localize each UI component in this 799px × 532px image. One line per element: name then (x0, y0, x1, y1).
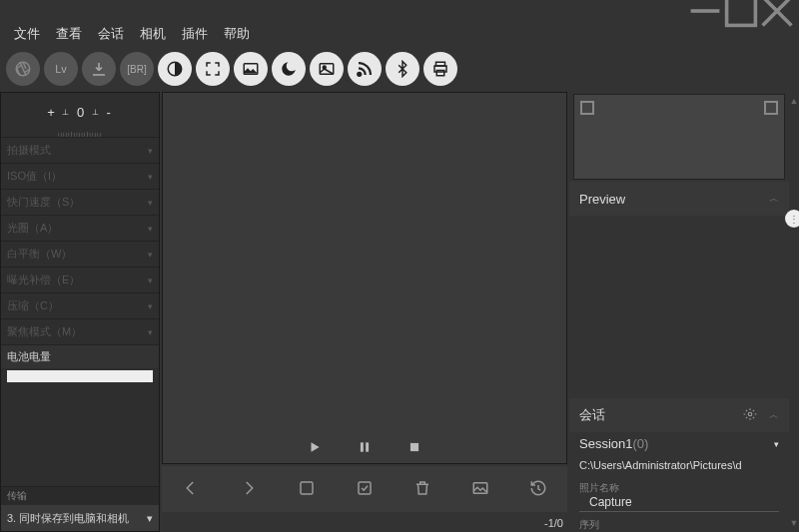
setting-iso[interactable]: ISO值（I）▾ (1, 163, 159, 189)
svg-point-9 (358, 73, 361, 76)
svg-rect-16 (301, 482, 313, 494)
menu-help[interactable]: 帮助 (218, 23, 256, 45)
session-path: C:\Users\Administrator\Pictures\d (569, 455, 789, 475)
setting-ev[interactable]: 曝光补偿（E）▾ (1, 266, 159, 292)
contrast-icon[interactable] (158, 52, 192, 86)
photo-name-input[interactable]: Capture (579, 495, 779, 512)
sequence-label: 序列 (569, 512, 789, 532)
bluetooth-icon[interactable] (386, 52, 419, 86)
print-icon[interactable] (423, 52, 457, 86)
image-icon[interactable] (234, 52, 268, 86)
chevron-up-icon: ︿ (769, 408, 779, 422)
fullscreen-icon[interactable] (196, 52, 230, 86)
photo-name-label: 照片名称 (569, 475, 789, 495)
maximize-button[interactable] (723, 0, 759, 22)
rss-icon[interactable] (348, 52, 382, 86)
play-icon[interactable] (308, 440, 322, 457)
trash-icon[interactable] (413, 479, 431, 500)
svg-rect-14 (366, 442, 369, 451)
svg-rect-1 (727, 0, 756, 25)
menu-plugins[interactable]: 插件 (176, 23, 214, 45)
scroll-up-icon[interactable]: ▲ (790, 96, 799, 106)
thumb-slot-right[interactable] (764, 101, 778, 115)
setting-shutter[interactable]: 快门速度（S）▾ (1, 189, 159, 215)
menu-camera[interactable]: 相机 (134, 23, 172, 45)
history-icon[interactable] (529, 479, 547, 500)
preview-title: Preview (579, 192, 625, 207)
image-counter: -1/0 (160, 514, 569, 532)
right-scrollbar[interactable]: ▲ ⋮ ▼ (789, 92, 799, 532)
session-select[interactable]: Session1(0) ▾ (569, 432, 789, 455)
window-titlebar (0, 0, 799, 22)
thumbnail-panel (573, 94, 785, 180)
minimize-button[interactable] (687, 0, 723, 22)
liveview-button[interactable]: Lv (44, 52, 78, 86)
setting-compress[interactable]: 压缩（C）▾ (1, 292, 159, 318)
transfer-label: 传输 (1, 486, 159, 505)
gear-icon[interactable] (743, 407, 757, 424)
menu-session[interactable]: 会话 (92, 23, 130, 45)
picture-icon[interactable] (310, 52, 344, 86)
unchecked-icon[interactable] (298, 479, 316, 500)
thumb-slot-left[interactable] (580, 101, 594, 115)
menubar: 文件 查看 会话 相机 插件 帮助 (0, 22, 799, 46)
back-icon[interactable] (182, 479, 200, 500)
session-header[interactable]: 会话 ︿ (569, 398, 789, 432)
svg-rect-17 (359, 482, 371, 494)
preview-header[interactable]: Preview ︿ (569, 182, 789, 216)
setting-wb[interactable]: 白平衡（W）▾ (1, 241, 159, 266)
right-panel: Preview ︿ 会话 ︿ Session1(0) ▾ C:\Users\Ad… (569, 92, 799, 532)
filmstrip-toolbar (162, 466, 567, 512)
bracket-button[interactable]: [BR] (120, 52, 154, 86)
pause-icon[interactable] (358, 440, 372, 457)
svg-rect-15 (410, 443, 418, 451)
battery-bar (7, 370, 153, 382)
session-title: 会话 (579, 406, 605, 424)
chevron-up-icon: ︿ (769, 192, 779, 206)
stop-icon[interactable] (407, 440, 421, 457)
setting-shoot-mode[interactable]: 拍摄模式▾ (1, 137, 159, 163)
transfer-select[interactable]: 3. 同时保存到电脑和相机▾ (1, 505, 159, 531)
playback-controls (163, 440, 566, 457)
preview-body (569, 216, 789, 398)
night-icon[interactable] (272, 52, 306, 86)
toolbar: Lv [BR] (0, 46, 799, 92)
folder-image-icon[interactable] (471, 479, 489, 500)
battery-label: 电池电量 (1, 344, 159, 368)
setting-aperture[interactable]: 光圈（A）▾ (1, 215, 159, 241)
menu-view[interactable]: 查看 (50, 23, 88, 45)
svg-rect-13 (361, 442, 364, 451)
scroll-down-icon[interactable]: ▼ (790, 518, 799, 528)
left-panel: + ⊥ 0 ⊥ - ιιιιιΙιιιιιΙιιιιι 拍摄模式▾ ISO值（I… (0, 92, 160, 532)
center-panel: -1/0 (160, 92, 569, 532)
aperture-icon[interactable] (6, 52, 40, 86)
menu-file[interactable]: 文件 (8, 23, 46, 45)
close-button[interactable] (759, 0, 795, 22)
svg-point-19 (748, 412, 752, 416)
download-icon[interactable] (82, 52, 116, 86)
checked-icon[interactable] (356, 479, 374, 500)
forward-icon[interactable] (240, 479, 258, 500)
preview-viewport (162, 92, 567, 464)
side-menu-knob[interactable]: ⋮ (785, 210, 799, 228)
exposure-dial[interactable]: + ⊥ 0 ⊥ - (1, 93, 159, 131)
setting-focus[interactable]: 聚焦模式（M）▾ (1, 318, 159, 344)
